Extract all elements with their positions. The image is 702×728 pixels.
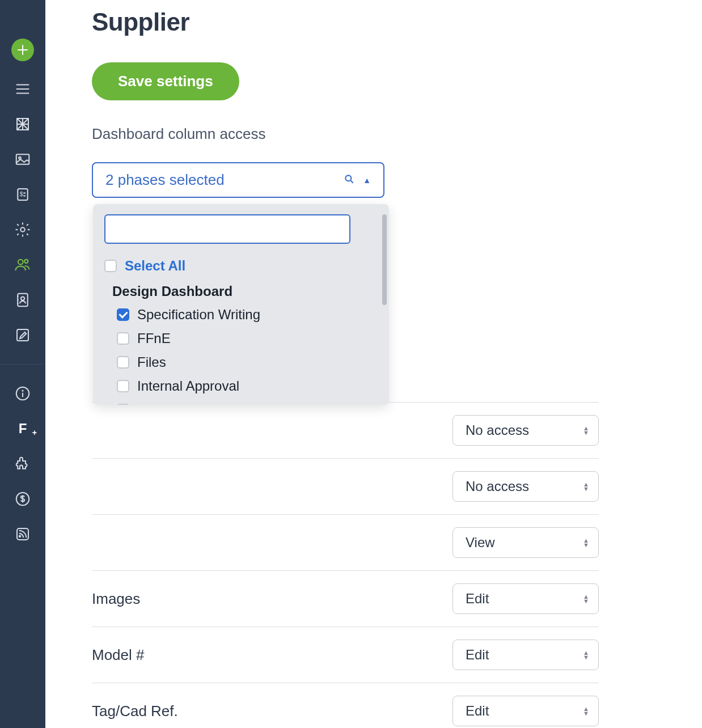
search-icon[interactable] <box>344 173 355 187</box>
access-value: No access <box>466 479 529 494</box>
svg-point-18 <box>24 260 28 263</box>
option-checkbox[interactable] <box>117 380 129 392</box>
sidebar: $ F+ <box>0 0 45 728</box>
access-select[interactable]: Edit▲▼ <box>453 696 599 726</box>
section-label: Dashboard column access <box>92 125 702 143</box>
puzzle-icon[interactable] <box>13 454 32 473</box>
access-select[interactable]: Edit▲▼ <box>453 583 599 614</box>
dropdown-option[interactable]: Specification Writing <box>104 303 378 327</box>
stepper-icon[interactable]: ▲▼ <box>583 538 589 547</box>
info-icon[interactable] <box>13 384 32 403</box>
svg-line-31 <box>351 180 353 183</box>
option-label: FFnE <box>137 331 171 346</box>
svg-point-17 <box>18 260 23 265</box>
dollar-icon[interactable] <box>13 489 32 509</box>
chevron-up-icon[interactable]: ▲ <box>363 176 371 185</box>
select-all-label: Select All <box>125 258 185 274</box>
access-select[interactable]: View▲▼ <box>453 527 599 558</box>
field-row: View▲▼ <box>92 515 599 571</box>
stepper-icon[interactable]: ▲▼ <box>583 426 589 435</box>
field-row: No access▲▼ <box>92 459 599 515</box>
dropdown-option[interactable]: Client Approval <box>104 398 378 405</box>
scrollbar-thumb[interactable] <box>382 214 387 305</box>
dropdown-option[interactable]: Internal Approval <box>104 374 378 398</box>
gear-icon[interactable] <box>13 220 32 239</box>
svg-point-16 <box>20 227 25 232</box>
edit-icon[interactable] <box>13 325 32 345</box>
field-rows: No access▲▼No access▲▼View▲▼ImagesEdit▲▼… <box>92 402 599 728</box>
invoice-icon[interactable]: $ <box>13 185 32 204</box>
users-icon[interactable] <box>13 255 32 274</box>
option-label: Specification Writing <box>137 307 260 323</box>
contacts-icon[interactable] <box>13 290 32 310</box>
dropdown-group-label: Design Dashboard <box>104 278 378 303</box>
field-label: Model # <box>92 646 145 664</box>
stepper-icon[interactable]: ▲▼ <box>583 706 589 716</box>
select-all-checkbox[interactable] <box>104 260 117 272</box>
phase-select[interactable]: 2 phases selected ▲ <box>92 162 384 198</box>
svg-text:$: $ <box>20 191 23 197</box>
field-row: No access▲▼ <box>92 402 599 459</box>
stepper-icon[interactable]: ▲▼ <box>583 482 589 491</box>
svg-rect-10 <box>16 154 29 164</box>
page-title: Supplier <box>92 8 702 36</box>
f-plus-icon[interactable]: F+ <box>13 419 32 438</box>
rss-icon[interactable] <box>13 524 32 544</box>
option-checkbox[interactable] <box>117 308 129 321</box>
option-label: Internal Approval <box>137 378 239 394</box>
phase-select-text: 2 phases selected <box>105 171 225 189</box>
option-label: Files <box>137 354 166 370</box>
svg-point-30 <box>345 175 351 181</box>
field-label: Tag/Cad Ref. <box>92 702 178 720</box>
field-row: ImagesEdit▲▼ <box>92 571 599 627</box>
access-select[interactable]: No access▲▼ <box>453 415 599 446</box>
option-label: Client Approval <box>137 402 229 405</box>
stepper-icon[interactable]: ▲▼ <box>583 650 589 659</box>
access-value: Edit <box>466 647 489 663</box>
select-all-row[interactable]: Select All <box>104 254 378 278</box>
svg-rect-29 <box>17 528 28 540</box>
access-value: No access <box>466 422 529 438</box>
fabric-icon[interactable] <box>13 115 32 134</box>
access-select[interactable]: Edit▲▼ <box>453 640 599 670</box>
image-icon[interactable] <box>13 150 32 169</box>
access-value: Edit <box>466 591 489 607</box>
stepper-icon[interactable]: ▲▼ <box>583 594 589 603</box>
dropdown-option[interactable]: FFnE <box>104 327 378 350</box>
access-select[interactable]: No access▲▼ <box>453 471 599 502</box>
dropdown-search-input[interactable] <box>104 214 350 244</box>
phase-dropdown: Select All Design Dashboard Specificatio… <box>93 204 389 405</box>
option-checkbox[interactable] <box>117 332 129 345</box>
menu-icon[interactable] <box>13 79 32 99</box>
add-button[interactable] <box>11 39 34 61</box>
field-row: Tag/Cad Ref.Edit▲▼ <box>92 683 599 728</box>
svg-point-20 <box>21 297 24 300</box>
access-value: Edit <box>466 703 489 719</box>
field-row: Model #Edit▲▼ <box>92 627 599 683</box>
svg-point-27 <box>22 390 23 391</box>
access-value: View <box>466 535 495 551</box>
dropdown-option[interactable]: Files <box>104 350 378 374</box>
option-checkbox[interactable] <box>117 356 129 369</box>
field-label: Images <box>92 590 140 608</box>
sidebar-divider <box>0 364 45 365</box>
save-settings-button[interactable]: Save settings <box>92 62 239 100</box>
option-checkbox[interactable] <box>117 404 129 405</box>
